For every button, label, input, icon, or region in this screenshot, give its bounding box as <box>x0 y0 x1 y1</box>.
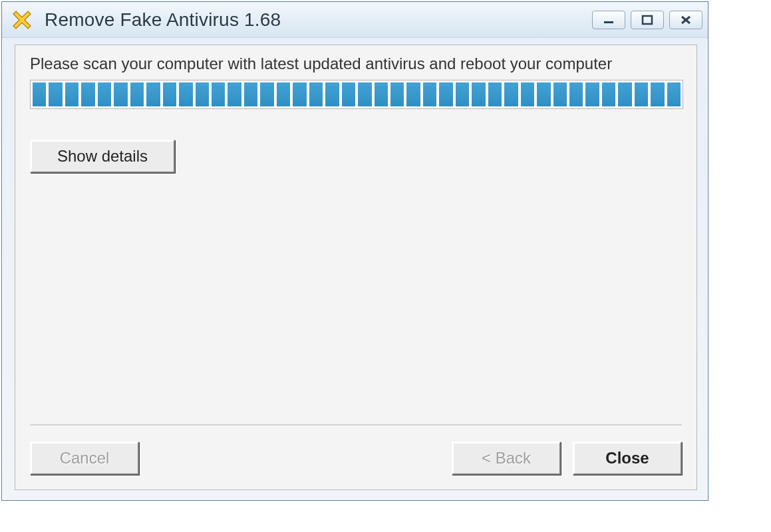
progress-segment <box>325 82 339 106</box>
progress-segment <box>114 82 127 106</box>
minimize-button[interactable] <box>592 11 625 29</box>
progress-segment <box>406 82 420 106</box>
close-window-button[interactable] <box>669 11 702 29</box>
progress-segment <box>390 82 404 106</box>
progress-segment <box>244 82 257 106</box>
progress-segment <box>667 82 681 106</box>
button-divider <box>30 424 682 426</box>
close-button[interactable]: Close <box>573 442 682 475</box>
cancel-button[interactable]: Cancel <box>30 442 139 475</box>
progress-segment <box>423 82 436 106</box>
progress-segment <box>33 82 46 106</box>
progress-segment <box>635 82 648 106</box>
progress-segment <box>553 82 567 106</box>
show-details-button[interactable]: Show details <box>30 140 175 173</box>
progress-segment <box>342 82 355 106</box>
progress-segment <box>358 82 371 106</box>
app-x-icon <box>11 9 33 31</box>
progress-segment <box>472 82 485 106</box>
progress-segment <box>651 82 664 106</box>
progress-segment <box>375 82 388 106</box>
progress-segment <box>277 82 290 106</box>
progress-segment <box>81 82 94 106</box>
progress-segment <box>618 82 631 106</box>
back-button[interactable]: < Back <box>452 442 561 475</box>
progress-segment <box>130 82 144 106</box>
progress-segment <box>179 82 192 106</box>
progress-segment <box>521 82 534 106</box>
progress-segment <box>228 82 241 106</box>
title-bar[interactable]: Remove Fake Antivirus 1.68 <box>2 2 708 38</box>
svg-rect-1 <box>604 21 613 23</box>
svg-rect-2 <box>643 16 652 24</box>
progress-segment <box>260 82 273 106</box>
progress-segment <box>456 82 469 106</box>
client-area: Please scan your computer with latest up… <box>15 45 697 490</box>
svg-marker-0 <box>13 11 31 29</box>
progress-segment <box>293 82 306 106</box>
progress-segment <box>49 82 62 106</box>
progress-segment <box>163 82 176 106</box>
progress-segment <box>585 82 599 106</box>
progress-segment <box>569 82 583 106</box>
progress-segment <box>504 82 518 106</box>
progress-segment <box>196 82 209 106</box>
progress-segment <box>439 82 452 106</box>
progress-segment <box>146 82 160 106</box>
progress-bar <box>30 80 683 109</box>
app-window: Remove Fake Antivirus 1.68 Pl <box>1 1 708 501</box>
wizard-button-row: Cancel < Back Close <box>30 440 682 476</box>
instruction-text: Please scan your computer with latest up… <box>30 55 682 73</box>
progress-segment <box>212 82 225 106</box>
progress-segment <box>309 82 323 106</box>
progress-segment <box>602 82 615 106</box>
window-title: Remove Fake Antivirus 1.68 <box>45 9 592 31</box>
maximize-button[interactable] <box>631 11 664 29</box>
window-controls <box>592 11 702 29</box>
progress-segment <box>98 82 111 106</box>
progress-segment <box>65 82 78 106</box>
progress-segment <box>488 82 502 106</box>
progress-segment <box>537 82 550 106</box>
